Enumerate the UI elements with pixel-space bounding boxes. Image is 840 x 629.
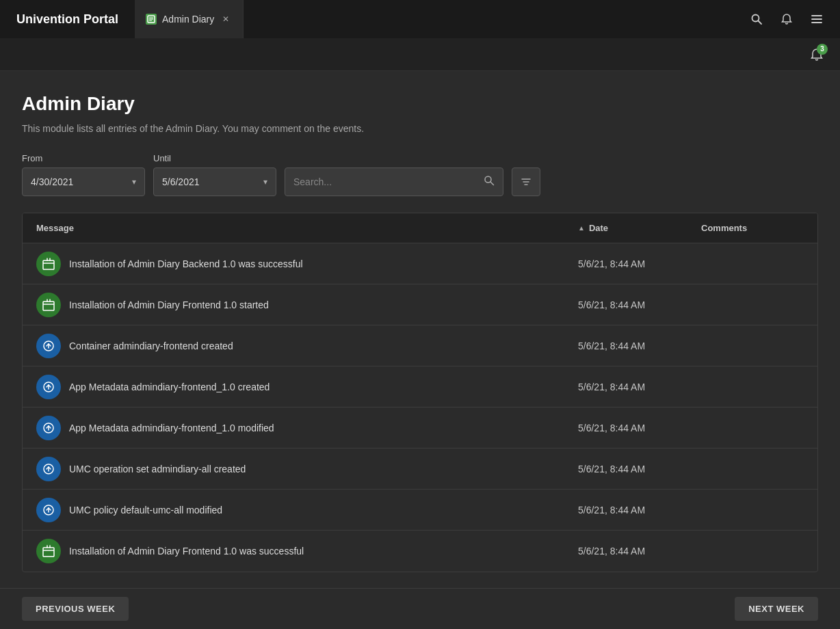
notification-bell[interactable]: 3 (804, 42, 829, 67)
table-row[interactable]: Installation of Admin Diary Frontend 1.0… (23, 531, 817, 572)
table-row[interactable]: Installation of Admin Diary Frontend 1.0… (23, 284, 817, 325)
date-cell: 5/6/21, 8:44 AM (578, 464, 701, 474)
previous-week-button[interactable]: PREVIOUS WEEK (22, 597, 129, 621)
tab-label: Admin Diary (162, 14, 214, 25)
table-header: Message ▲ Date Comments (23, 213, 817, 243)
date-cell: 5/6/21, 8:44 AM (578, 258, 701, 269)
message-text: App Metadata admindiary-frontend_1.0 cre… (69, 382, 270, 392)
until-label: Until (153, 153, 276, 163)
container-icon (36, 416, 61, 440)
svg-line-10 (490, 182, 494, 185)
table-row[interactable]: Installation of Admin Diary Backend 1.0 … (23, 243, 817, 284)
message-text: App Metadata admindiary-frontend_1.0 mod… (69, 423, 274, 433)
container-icon (36, 334, 61, 358)
svg-rect-21 (43, 548, 54, 557)
from-label: From (22, 153, 145, 163)
date-cell: 5/6/21, 8:44 AM (578, 340, 701, 351)
table-row[interactable]: UMC policy default-umc-all modified 5/6/… (23, 490, 817, 531)
message-cell: Installation of Admin Diary Frontend 1.0… (36, 286, 578, 324)
date-cell: 5/6/21, 8:44 AM (578, 423, 701, 433)
date-cell: 5/6/21, 8:44 AM (578, 299, 701, 310)
until-date-select[interactable]: 5/6/2021 ▾ (153, 168, 276, 196)
date-cell: 5/6/21, 8:44 AM (578, 505, 701, 516)
until-filter-group: Until 5/6/2021 ▾ (153, 153, 276, 196)
col-header-date: ▲ Date (578, 223, 701, 233)
table-row[interactable]: App Metadata admindiary-frontend_1.0 cre… (23, 366, 817, 407)
message-text: UMC policy default-umc-all modified (69, 505, 222, 516)
svg-line-5 (759, 21, 762, 25)
message-cell: Container admindiary-frontend created (36, 327, 578, 365)
until-chevron-icon: ▾ (263, 177, 267, 187)
date-cell: 5/6/21, 8:44 AM (578, 382, 701, 392)
install-icon (36, 539, 61, 563)
search-icon[interactable] (484, 175, 495, 189)
install-icon (36, 252, 61, 276)
message-cell: App Metadata admindiary-frontend_1.0 cre… (36, 368, 578, 406)
notification-count: 3 (817, 44, 828, 55)
svg-rect-14 (43, 260, 54, 269)
date-cell: 5/6/21, 8:44 AM (578, 546, 701, 557)
bottom-nav: PREVIOUS WEEK NEXT WEEK (0, 588, 840, 629)
diary-table: Message ▲ Date Comments Installation of … (22, 213, 818, 572)
from-filter-group: From 4/30/2021 ▾ (22, 153, 145, 196)
table-body: Installation of Admin Diary Backend 1.0 … (23, 243, 817, 572)
main-content: Admin Diary This module lists all entrie… (0, 71, 840, 629)
col-header-message: Message (36, 223, 578, 233)
container-icon (36, 498, 61, 522)
app-logo: Univention Portal (0, 12, 135, 27)
message-cell: App Metadata admindiary-frontend_1.0 mod… (36, 409, 578, 447)
from-date-select[interactable]: 4/30/2021 ▾ (22, 168, 145, 196)
svg-rect-15 (43, 302, 54, 310)
notification-bar: 3 (0, 38, 840, 71)
search-input[interactable] (293, 176, 478, 187)
message-cell: Installation of Admin Diary Frontend 1.0… (36, 532, 578, 570)
message-text: Installation of Admin Diary Backend 1.0 … (69, 258, 303, 269)
container-icon (36, 375, 61, 399)
menu-button[interactable] (804, 7, 829, 31)
message-cell: UMC policy default-umc-all modified (36, 491, 578, 529)
notifications-button[interactable] (774, 7, 799, 31)
message-cell: Installation of Admin Diary Backend 1.0 … (36, 245, 578, 283)
search-container (285, 168, 503, 196)
table-row[interactable]: UMC operation set admindiary-all created… (23, 449, 817, 490)
table-row[interactable]: Container admindiary-frontend created 5/… (23, 325, 817, 366)
message-text: UMC operation set admindiary-all created (69, 464, 246, 474)
tab-admin-diary[interactable]: Admin Diary ✕ (135, 0, 244, 38)
from-chevron-icon: ▾ (132, 177, 136, 187)
install-icon (36, 293, 61, 317)
nav-actions (733, 7, 840, 31)
filters-row: From 4/30/2021 ▾ Until 5/6/2021 ▾ (22, 153, 818, 196)
tab-close-button[interactable]: ✕ (220, 13, 232, 25)
sort-arrow-icon: ▲ (578, 224, 585, 232)
table-row[interactable]: App Metadata admindiary-frontend_1.0 mod… (23, 407, 817, 449)
message-text: Installation of Admin Diary Frontend 1.0… (69, 546, 304, 557)
tab-icon (146, 14, 157, 25)
next-week-button[interactable]: NEXT WEEK (735, 597, 818, 621)
from-date-value: 4/30/2021 (31, 176, 73, 187)
until-date-value: 5/6/2021 (162, 176, 200, 187)
page-description: This module lists all entries of the Adm… (22, 123, 818, 134)
col-header-comments: Comments (701, 223, 804, 233)
filter-button[interactable] (512, 168, 540, 196)
message-cell: UMC operation set admindiary-all created (36, 450, 578, 488)
search-button[interactable] (744, 7, 769, 31)
top-nav: Univention Portal Admin Diary ✕ (0, 0, 840, 38)
container-icon (36, 457, 61, 481)
tab-bar: Admin Diary ✕ (135, 0, 733, 38)
message-text: Installation of Admin Diary Frontend 1.0… (69, 299, 269, 310)
page-title: Admin Diary (22, 93, 818, 115)
message-text: Container admindiary-frontend created (69, 340, 233, 351)
